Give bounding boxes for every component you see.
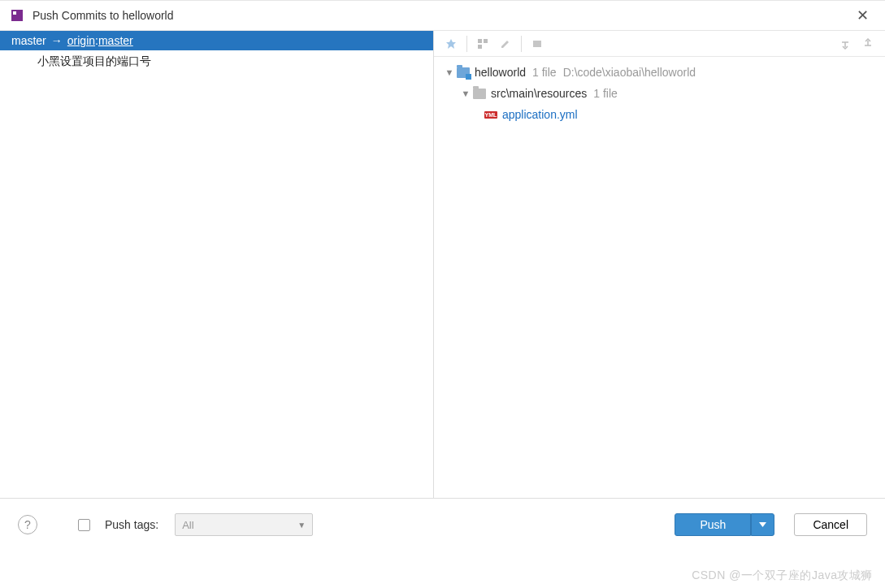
- tree-label: src\main\resources: [491, 84, 587, 102]
- tree-label: helloworld: [475, 63, 526, 81]
- chevron-down-icon[interactable]: ▼: [460, 84, 471, 102]
- file-count: 1 file: [532, 63, 557, 81]
- push-button-group: Push: [675, 513, 774, 536]
- remote-name[interactable]: origin: [67, 34, 95, 47]
- diff-panel: ▼ helloworld 1 file D:\code\xiaobai\hell…: [434, 31, 885, 498]
- push-dropdown-button[interactable]: [751, 513, 774, 536]
- titlebar: Push Commits to helloworld ✕: [0, 0, 885, 31]
- push-tags-label: Push tags:: [105, 518, 158, 531]
- tree-folder[interactable]: ▼ src\main\resources 1 file: [440, 83, 878, 104]
- app-icon: [10, 8, 24, 23]
- preview-icon[interactable]: [527, 34, 548, 54]
- svg-rect-5: [533, 41, 541, 47]
- commit-item[interactable]: 小黑设置项目的端口号: [0, 50, 433, 73]
- help-button[interactable]: ?: [18, 515, 37, 534]
- dropdown-value: All: [182, 519, 193, 531]
- tree-root[interactable]: ▼ helloworld 1 file D:\code\xiaobai\hell…: [440, 62, 878, 83]
- diff-toolbar: [434, 31, 885, 57]
- branch-row[interactable]: master → origin : master: [0, 31, 433, 50]
- svg-rect-4: [478, 45, 482, 49]
- separator: [521, 36, 522, 52]
- watermark: CSDN @一个双子座的Java攻城狮: [692, 569, 873, 583]
- pin-icon[interactable]: [440, 34, 462, 54]
- commits-panel: master → origin : master 小黑设置项目的端口号: [0, 31, 434, 498]
- cancel-button[interactable]: Cancel: [794, 513, 867, 536]
- group-icon[interactable]: [472, 34, 493, 54]
- footer: ? Push tags: All ▼ Push Cancel: [0, 499, 885, 551]
- tree-file[interactable]: YML application.yml: [440, 104, 878, 125]
- file-path: D:\code\xiaobai\helloworld: [563, 63, 696, 81]
- push-tags-dropdown[interactable]: All ▼: [175, 513, 313, 536]
- close-icon[interactable]: ✕: [850, 3, 875, 28]
- collapse-icon[interactable]: [857, 34, 878, 54]
- svg-rect-2: [478, 39, 482, 43]
- edit-icon[interactable]: [495, 34, 516, 54]
- yml-icon: YML: [484, 109, 497, 120]
- local-branch: master: [11, 34, 46, 47]
- chevron-down-icon[interactable]: ▼: [444, 63, 455, 81]
- expand-icon[interactable]: [835, 34, 856, 54]
- folder-icon: [473, 89, 486, 99]
- separator: [466, 36, 467, 52]
- file-tree: ▼ helloworld 1 file D:\code\xiaobai\hell…: [434, 57, 885, 130]
- svg-rect-1: [13, 11, 16, 15]
- folder-icon: [457, 67, 470, 78]
- push-button[interactable]: Push: [675, 513, 751, 536]
- arrow-icon: →: [51, 34, 63, 47]
- remote-branch[interactable]: master: [98, 34, 133, 47]
- push-tags-checkbox[interactable]: [78, 519, 90, 531]
- svg-rect-3: [484, 39, 488, 43]
- window-title: Push Commits to helloworld: [33, 9, 174, 22]
- file-count: 1 file: [593, 84, 618, 102]
- content-area: master → origin : master 小黑设置项目的端口号: [0, 31, 885, 499]
- tree-label: application.yml: [502, 106, 578, 123]
- chevron-down-icon: ▼: [297, 521, 306, 530]
